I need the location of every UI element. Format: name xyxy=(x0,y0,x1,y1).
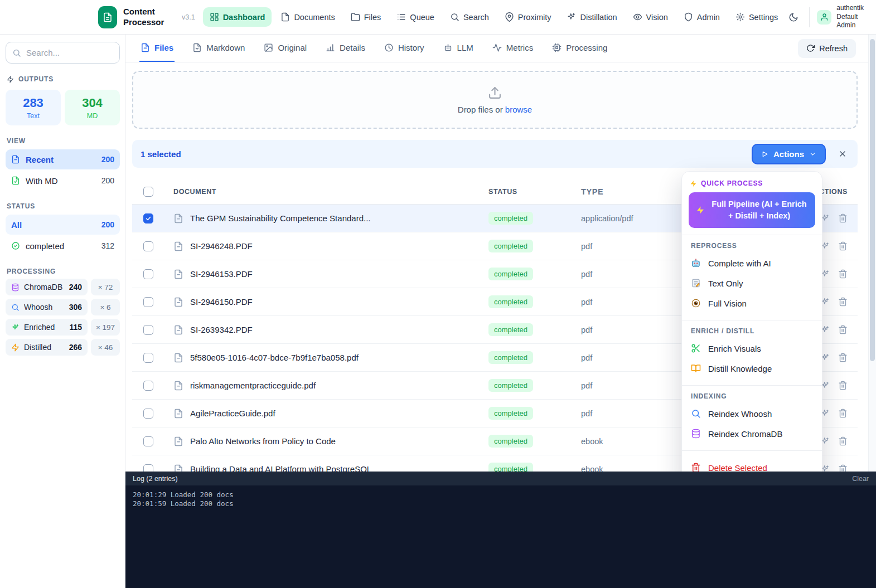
menu-item-enrich-visuals[interactable]: Enrich Visuals xyxy=(689,338,815,358)
clear-selection-button[interactable] xyxy=(836,147,849,161)
nav-dashboard[interactable]: Dashboard xyxy=(203,7,272,27)
tab-files[interactable]: Files xyxy=(139,35,175,62)
tab-history[interactable]: History xyxy=(383,35,425,62)
row-checkbox[interactable] xyxy=(143,353,153,363)
nav-queue[interactable]: Queue xyxy=(390,7,441,27)
nav-admin[interactable]: Admin xyxy=(677,7,727,27)
processing-filter-chromadb[interactable]: ChromaDB 240 xyxy=(6,279,88,295)
row-checkbox[interactable] xyxy=(143,213,153,223)
refresh-button[interactable]: Refresh xyxy=(798,39,856,58)
delete-icon[interactable] xyxy=(838,436,848,446)
row-checkbox[interactable] xyxy=(143,241,153,251)
tab-markdown[interactable]: Markdown xyxy=(191,35,246,62)
robot-icon xyxy=(443,43,453,52)
delete-icon[interactable] xyxy=(838,269,848,279)
document-icon xyxy=(280,12,290,22)
nav-vision[interactable]: Vision xyxy=(626,7,675,27)
processing-missing-chromadb[interactable]: × 72 xyxy=(91,279,120,295)
user-name: authentik Default Admin xyxy=(836,4,864,30)
processing-missing-enriched[interactable]: × 197 xyxy=(91,319,120,336)
nav-distillation[interactable]: Distillation xyxy=(560,7,623,27)
open-book-icon xyxy=(691,363,701,373)
view-list: Recent 200 With MD 200 xyxy=(6,149,120,191)
document-name: SI-2946248.PDF xyxy=(190,241,253,251)
document-name: SI-2946150.PDF xyxy=(190,297,253,307)
menu-divider xyxy=(682,385,822,386)
nav-search[interactable]: Search xyxy=(443,7,496,27)
menu-item-full-vision[interactable]: Full Vision xyxy=(689,293,815,313)
nav-proximity[interactable]: Proximity xyxy=(498,7,558,27)
processing-header: PROCESSING xyxy=(7,268,119,275)
search-icon xyxy=(691,409,701,419)
menu-item-reindex-chromadb[interactable]: Reindex ChromaDB xyxy=(689,424,815,444)
processing-filter-distilled[interactable]: Distilled 266 xyxy=(6,339,88,356)
log-clear-button[interactable]: Clear xyxy=(852,475,869,483)
app-title: Content Processor xyxy=(123,7,172,28)
full-pipeline-button[interactable]: Full Pipeline (AI + Enrich + Distill + I… xyxy=(689,192,815,228)
tab-processing[interactable]: Processing xyxy=(551,35,608,62)
row-checkbox[interactable] xyxy=(143,297,153,307)
search-icon xyxy=(12,48,21,57)
browse-link[interactable]: browse xyxy=(505,105,532,114)
row-checkbox[interactable] xyxy=(143,381,153,391)
processing-missing-distilled[interactable]: × 46 xyxy=(91,339,120,356)
processing-filter-enriched[interactable]: Enriched 115 xyxy=(6,319,88,336)
menu-item-reindex-whoosh[interactable]: Reindex Whoosh xyxy=(689,404,815,424)
nav-files[interactable]: Files xyxy=(344,7,388,27)
select-all-checkbox[interactable] xyxy=(143,187,153,197)
row-checkbox[interactable] xyxy=(143,409,153,419)
document-icon xyxy=(173,353,183,363)
scrollbar-thumb[interactable] xyxy=(870,39,875,361)
tab-metrics[interactable]: Metrics xyxy=(491,35,534,62)
document-icon xyxy=(173,269,183,279)
text-output-card[interactable]: 283 Text xyxy=(6,90,61,125)
markdown-file-icon xyxy=(192,43,202,52)
nav-documents[interactable]: Documents xyxy=(274,7,341,27)
tab-original[interactable]: Original xyxy=(263,35,308,62)
tabs-bar: Files Markdown Original Details History xyxy=(125,35,876,62)
document-name: The GPM Sustainability Competence Standa… xyxy=(190,213,371,223)
chevron-down-icon xyxy=(809,150,816,158)
document-icon xyxy=(173,325,183,335)
document-name: riskmanagementpracticeguide.pdf xyxy=(190,381,316,390)
delete-icon[interactable] xyxy=(838,381,848,390)
delete-icon[interactable] xyxy=(838,241,848,251)
tab-llm[interactable]: LLM xyxy=(442,35,475,62)
processing-filter-whoosh[interactable]: Whoosh 306 xyxy=(6,299,88,315)
zap-icon xyxy=(7,76,14,83)
delete-icon[interactable] xyxy=(838,409,848,418)
eye-icon xyxy=(633,12,642,22)
delete-icon[interactable] xyxy=(838,297,848,307)
status-item-completed[interactable]: completed 312 xyxy=(6,236,120,256)
close-icon xyxy=(838,149,847,158)
actions-button[interactable]: Actions xyxy=(752,144,826,164)
search-input[interactable] xyxy=(26,48,113,57)
column-header-status: STATUS xyxy=(484,188,575,196)
delete-icon[interactable] xyxy=(838,353,848,362)
search-icon xyxy=(450,12,459,22)
selection-bar: 1 selected Actions xyxy=(132,140,858,168)
upload-icon xyxy=(488,86,502,100)
row-checkbox[interactable] xyxy=(143,436,153,446)
menu-item-text-only[interactable]: Text Only xyxy=(689,273,815,293)
processing-missing-whoosh[interactable]: × 6 xyxy=(91,299,120,315)
log-body: 20:01:29 Loaded 200 docs 20:01:59 Loaded… xyxy=(125,485,876,588)
dark-mode-toggle[interactable] xyxy=(785,9,802,26)
menu-item-distill-knowledge[interactable]: Distill Knowledge xyxy=(689,358,815,378)
menu-divider xyxy=(682,235,822,235)
user-menu[interactable]: authentik Default Admin xyxy=(817,4,864,30)
view-item-with-md[interactable]: With MD 200 xyxy=(6,171,120,191)
view-item-recent[interactable]: Recent 200 xyxy=(6,149,120,169)
menu-item-complete-with-ai[interactable]: Complete with AI xyxy=(689,253,815,273)
outputs-header: OUTPUTS xyxy=(7,75,119,83)
row-checkbox[interactable] xyxy=(143,269,153,279)
tab-details[interactable]: Details xyxy=(325,35,366,62)
file-dropzone[interactable]: Drop files or browse xyxy=(132,71,858,129)
status-item-all[interactable]: All 200 xyxy=(6,215,120,235)
nav-settings[interactable]: Settings xyxy=(729,7,785,27)
status-badge: completed xyxy=(488,435,533,448)
delete-icon[interactable] xyxy=(838,213,848,223)
delete-icon[interactable] xyxy=(838,325,848,334)
md-output-card[interactable]: 304 MD xyxy=(65,90,120,125)
row-checkbox[interactable] xyxy=(143,325,153,335)
